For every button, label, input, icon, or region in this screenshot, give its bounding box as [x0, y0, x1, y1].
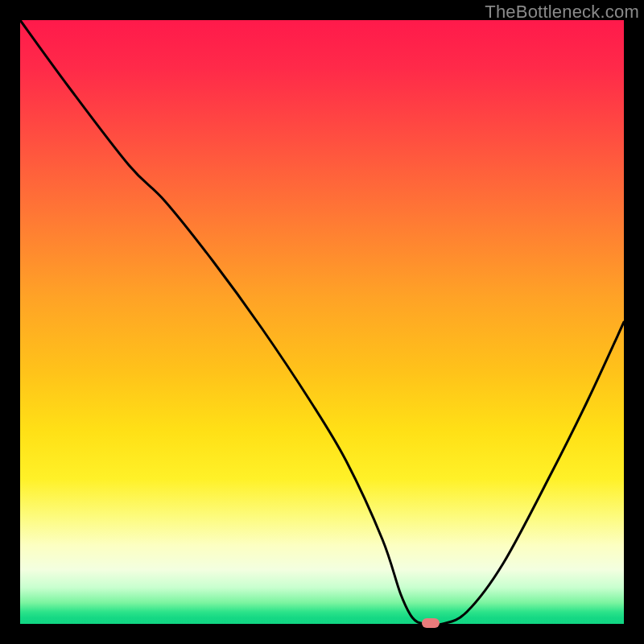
plot-area	[20, 20, 624, 624]
minimum-marker	[422, 618, 440, 628]
chart-svg	[20, 20, 624, 624]
watermark-text: TheBottleneck.com	[485, 2, 639, 23]
bottleneck-curve	[20, 20, 624, 625]
chart-frame: TheBottleneck.com	[0, 0, 644, 644]
